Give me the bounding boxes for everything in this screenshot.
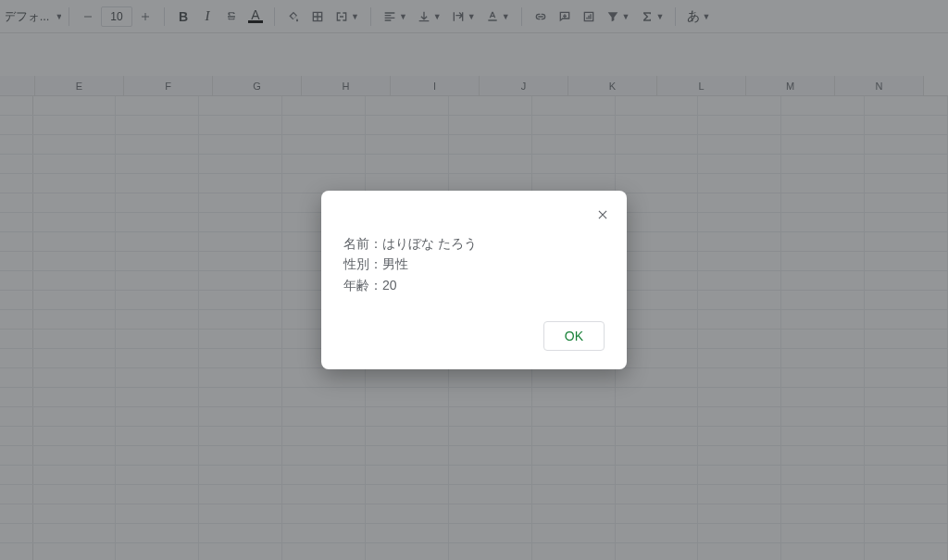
dialog-line-name: 名前：はりぼな たろう — [343, 233, 605, 254]
app-root: デフォ... ▼ 10 B I A ▼ — [0, 0, 948, 560]
ok-button-label: OK — [565, 329, 583, 343]
modal-overlay: 名前：はりぼな たろう 性別：男性 年齢：20 OK — [0, 0, 948, 560]
alert-dialog: 名前：はりぼな たろう 性別：男性 年齢：20 OK — [321, 191, 627, 369]
dialog-line-gender: 性別：男性 — [343, 254, 605, 274]
ok-button[interactable]: OK — [543, 321, 605, 351]
dialog-body: 名前：はりぼな たろう 性別：男性 年齢：20 — [343, 233, 605, 295]
dialog-line-age: 年齢：20 — [343, 275, 605, 295]
close-button[interactable] — [592, 204, 614, 226]
dialog-actions: OK — [343, 321, 605, 351]
close-icon — [596, 208, 609, 221]
